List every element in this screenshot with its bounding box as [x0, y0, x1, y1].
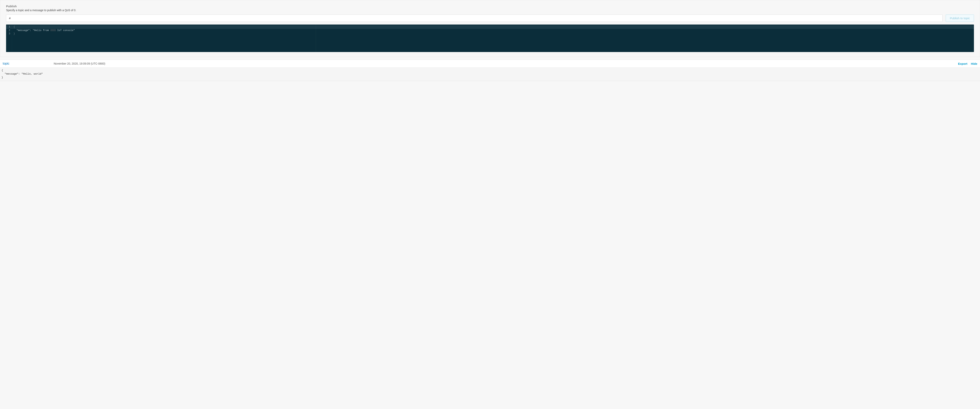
editor-line-number: 3 — [8, 32, 10, 36]
topic-row: Publish to topic — [6, 14, 974, 22]
received-message-panel: topic November 20, 2020, 19:09:09 (UTC-0… — [0, 60, 980, 81]
editor-line-number: 1 — [8, 25, 10, 29]
editor-brace-close: } — [14, 32, 15, 35]
message-body: { "message": "Hello, world" } — [0, 67, 980, 81]
editor-text: "message": "Hello from — [14, 29, 50, 32]
message-payload-editor[interactable]: 1 2 3 { "message": "Hello from IoT conso… — [6, 24, 974, 52]
message-header: topic November 20, 2020, 19:09:09 (UTC-0… — [0, 60, 980, 67]
editor-brace-open: { — [14, 26, 15, 28]
export-button[interactable]: Export — [958, 62, 967, 66]
editor-gutter: 1 2 3 — [6, 24, 12, 52]
editor-text: IoT console" — [56, 29, 75, 32]
topic-input[interactable] — [6, 14, 943, 22]
publish-panel: Publish Specify a topic and a message to… — [0, 0, 980, 57]
message-timestamp: November 20, 2020, 19:09:09 (UTC-0800) — [54, 62, 105, 65]
publish-title: Publish — [6, 5, 974, 8]
publish-to-topic-button[interactable]: Publish to topic — [946, 14, 974, 22]
editor-line-number: 2 — [8, 29, 10, 32]
publish-subtitle: Specify a topic and a message to publish… — [6, 9, 974, 12]
hide-button[interactable]: Hide — [971, 62, 977, 66]
topic-link[interactable]: topic — [3, 62, 54, 66]
editor-content[interactable]: { "message": "Hello from IoT console"} — [12, 24, 974, 52]
redacted-icon — [50, 29, 56, 31]
